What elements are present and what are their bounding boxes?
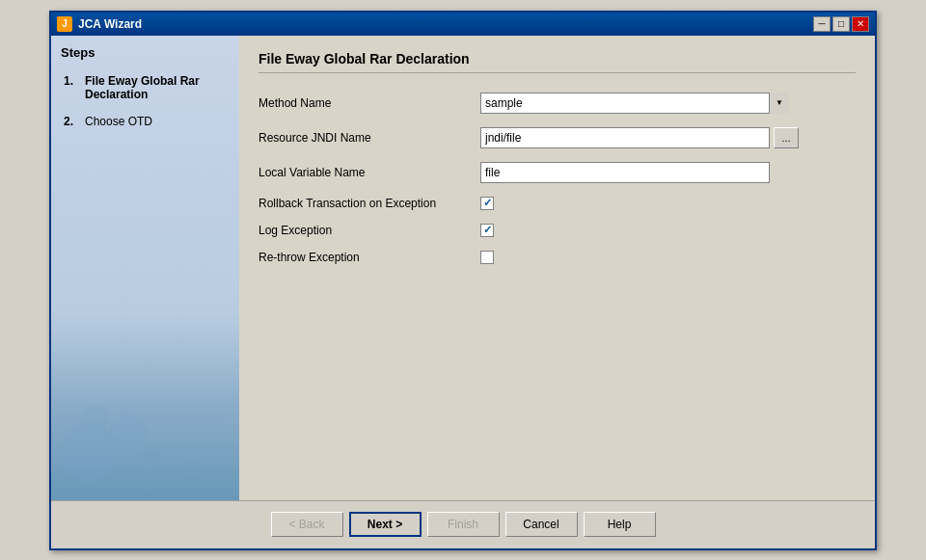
form-area: Method Name sample Resource JNDI Name — [259, 93, 856, 485]
local-var-input[interactable] — [480, 162, 770, 183]
window-icon: J — [57, 16, 72, 32]
local-var-row: Local Variable Name — [259, 162, 856, 183]
local-var-control — [480, 162, 770, 183]
browse-button[interactable]: ... — [774, 127, 799, 148]
help-button[interactable]: Help — [584, 512, 656, 537]
method-name-control: sample — [480, 93, 789, 114]
jndi-name-input[interactable] — [480, 127, 770, 148]
jndi-name-label: Resource JNDI Name — [259, 131, 480, 145]
next-button[interactable]: Next > — [349, 512, 422, 537]
bottom-bar: < Back Next > Finish Cancel Help — [51, 500, 875, 548]
jndi-name-row: Resource JNDI Name ... — [259, 127, 856, 148]
cancel-button[interactable]: Cancel — [505, 512, 578, 537]
rethrow-checkbox[interactable] — [480, 251, 494, 264]
page-title: File Eway Global Rar Declaration — [259, 51, 856, 73]
title-bar: J JCA Wizard ─ □ ✕ — [51, 13, 875, 36]
rethrow-label: Re-throw Exception — [259, 251, 480, 264]
step-item-1: 1. File Eway Global Rar Declaration — [61, 71, 230, 104]
method-name-select-wrapper: sample — [480, 93, 789, 114]
rollback-control — [480, 197, 494, 210]
log-exception-label: Log Exception — [259, 224, 480, 237]
maximize-button[interactable]: □ — [832, 16, 850, 32]
rethrow-row: Re-throw Exception — [259, 251, 856, 264]
step-number-1: 1. — [64, 74, 79, 88]
main-content: File Eway Global Rar Declaration Method … — [239, 36, 875, 500]
step-label-1: File Eway Global Rar Declaration — [85, 74, 227, 101]
window-title: JCA Wizard — [78, 17, 142, 31]
rollback-row: Rollback Transaction on Exception — [259, 197, 856, 210]
back-button[interactable]: < Back — [271, 512, 343, 537]
title-controls: ─ □ ✕ — [813, 16, 869, 32]
method-name-select[interactable]: sample — [480, 93, 789, 114]
jndi-name-control: ... — [480, 127, 799, 148]
window-body: Steps 1. File Eway Global Rar Declaratio… — [51, 36, 875, 500]
rollback-checkbox[interactable] — [480, 197, 494, 210]
log-exception-control — [480, 224, 494, 237]
step-label-2: Choose OTD — [85, 115, 152, 128]
close-button[interactable]: ✕ — [852, 16, 869, 32]
rollback-label: Rollback Transaction on Exception — [259, 197, 480, 210]
method-name-row: Method Name sample — [259, 93, 856, 114]
title-bar-left: J JCA Wizard — [57, 16, 142, 32]
method-name-label: Method Name — [259, 96, 480, 110]
sidebar-title: Steps — [61, 45, 230, 60]
log-exception-row: Log Exception — [259, 224, 856, 237]
steps-list: 1. File Eway Global Rar Declaration 2. C… — [61, 71, 230, 131]
local-var-label: Local Variable Name — [259, 166, 480, 179]
rethrow-control — [480, 251, 494, 264]
finish-button[interactable]: Finish — [427, 512, 500, 537]
log-exception-checkbox[interactable] — [480, 224, 494, 237]
step-number-2: 2. — [64, 115, 79, 128]
jca-wizard-window: J JCA Wizard ─ □ ✕ Steps 1. File Eway Gl… — [49, 11, 877, 550]
step-item-2: 2. Choose OTD — [61, 112, 230, 131]
minimize-button[interactable]: ─ — [813, 16, 831, 32]
sidebar: Steps 1. File Eway Global Rar Declaratio… — [51, 36, 239, 500]
